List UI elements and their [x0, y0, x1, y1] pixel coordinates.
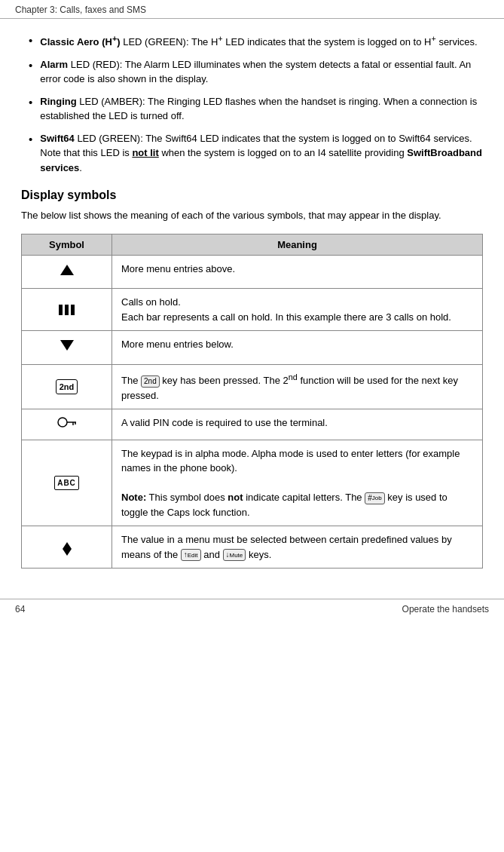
table-row: ABC The keypad is in alpha mode. Alpha m…: [22, 440, 483, 526]
bar3: [71, 305, 75, 315]
meaning-bars: Calls on hold. Each bar represents a cal…: [112, 289, 483, 331]
symbol-updown-cell: [22, 526, 112, 569]
meaning-arrow-down: More menu entries below.: [112, 331, 483, 365]
table-row: More menu entries above.: [22, 255, 483, 289]
svg-point-0: [58, 418, 67, 427]
col-header-meaning: Meaning: [112, 234, 483, 255]
list-item-classic-aero: Classic Aero (H+) LED (GREEN): The H+ LE…: [21, 32, 483, 50]
2nd-key-icon: 2nd: [56, 379, 78, 395]
symbol-arrow-up-cell: [22, 255, 112, 289]
classic-aero-text: Classic Aero (H+) LED (GREEN): The H+ LE…: [40, 32, 483, 50]
table-row: Calls on hold. Each bar represents a cal…: [22, 289, 483, 331]
ringing-text: Ringing LED (AMBER): The Ringing LED fla…: [40, 94, 483, 124]
arrow-up-icon: [60, 265, 74, 275]
table-row: The value in a menu must be selected bet…: [22, 526, 483, 569]
bar1: [59, 305, 63, 315]
symbol-bars-cell: [22, 289, 112, 331]
symbol-abc-cell: ABC: [22, 440, 112, 526]
symbol-2nd-cell: 2nd: [22, 364, 112, 409]
list-item-ringing: Ringing LED (AMBER): The Ringing LED fla…: [21, 94, 483, 124]
bars-icon: [59, 300, 75, 315]
bar2: [65, 305, 69, 315]
chapter-title: Chapter 3: Calls, faxes and SMS: [15, 5, 146, 15]
table-row: 2nd The 2nd key has been pressed. The 2n…: [22, 364, 483, 409]
pin-icon: [57, 415, 78, 429]
table-row: A valid PIN code is required to use the …: [22, 409, 483, 440]
display-symbols-intro: The below list shows the meaning of each…: [21, 208, 483, 223]
meaning-abc: The keypad is in alpha mode. Alpha mode …: [112, 440, 483, 526]
abc-icon: ABC: [54, 476, 79, 490]
meaning-arrow-up: More menu entries above.: [112, 255, 483, 289]
symbol-pin-cell: [22, 409, 112, 440]
table-row: More menu entries below.: [22, 331, 483, 365]
alarm-text: Alarm LED (RED): The Alarm LED illuminat…: [40, 57, 483, 87]
symbols-table: Symbol Meaning More menu entries above.: [21, 234, 483, 569]
meaning-pin: A valid PIN code is required to use the …: [112, 409, 483, 440]
arrow-down-icon: [60, 340, 74, 351]
updown-up-arrow: [63, 542, 72, 549]
footer-text: Operate the handsets: [402, 604, 489, 614]
meaning-updown: The value in a menu must be selected bet…: [112, 526, 483, 569]
swift64-text: Swift64 LED (GREEN): The Swift64 LED ind…: [40, 131, 483, 176]
chapter-header: Chapter 3: Calls, faxes and SMS: [0, 0, 504, 19]
page-footer: 64 Operate the handsets: [0, 599, 504, 619]
edit-key-badge: ↑Edit: [181, 549, 201, 561]
symbol-arrow-down-cell: [22, 331, 112, 365]
list-item-alarm: Alarm LED (RED): The Alarm LED illuminat…: [21, 57, 483, 87]
list-item-swift64: Swift64 LED (GREEN): The Swift64 LED ind…: [21, 131, 483, 176]
updown-icon: [63, 542, 72, 556]
col-header-symbol: Symbol: [22, 234, 112, 255]
mute-key-badge: ↓Mute: [223, 549, 246, 561]
2nd-key-badge: 2nd: [141, 375, 160, 388]
meaning-2nd: The 2nd key has been pressed. The 2nd fu…: [112, 364, 483, 409]
main-content: Classic Aero (H+) LED (GREEN): The H+ LE…: [0, 19, 504, 599]
pin-key-svg: [57, 415, 78, 429]
page-number: 64: [15, 604, 25, 614]
table-header-row: Symbol Meaning: [22, 234, 483, 255]
updown-down-arrow: [63, 549, 72, 556]
display-symbols-heading: Display symbols: [21, 188, 483, 202]
hash-key-badge: #Job: [365, 492, 384, 504]
led-bullet-list: Classic Aero (H+) LED (GREEN): The H+ LE…: [21, 32, 483, 175]
